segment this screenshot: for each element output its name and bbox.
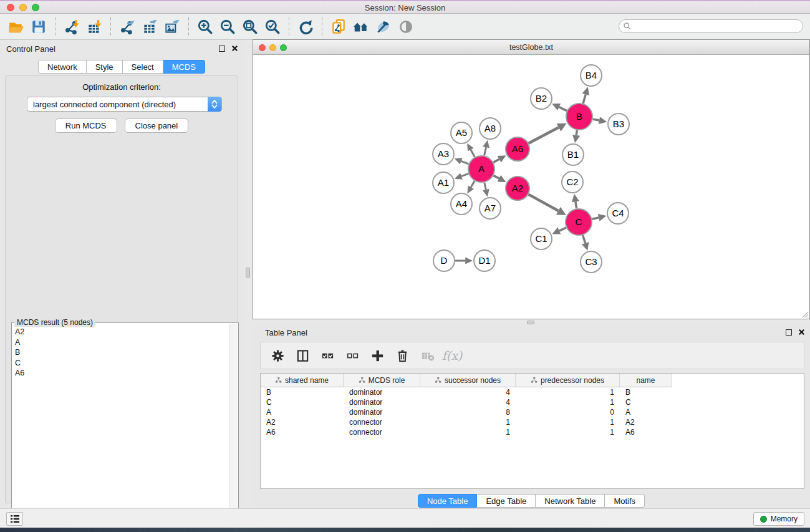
zoom-in-button[interactable] — [194, 17, 216, 37]
table-cell[interactable]: A — [620, 407, 672, 417]
edge-B-B1[interactable] — [576, 130, 577, 135]
export-table-button[interactable] — [138, 17, 161, 37]
edge-A-A5[interactable] — [471, 150, 475, 157]
table-cell[interactable]: 1 — [420, 427, 516, 437]
table-cell[interactable]: 1 — [516, 387, 620, 397]
table-cell[interactable]: 1 — [516, 417, 620, 427]
search-box[interactable] — [619, 19, 803, 33]
show-graphics-details-button[interactable] — [372, 17, 395, 37]
table-cell[interactable]: dominator — [344, 397, 420, 407]
mcds-result-item[interactable]: C — [12, 358, 229, 369]
tab-style[interactable]: Style — [87, 60, 123, 74]
select-all-rows-button[interactable] — [317, 345, 338, 366]
close-panel-button[interactable]: Close panel — [125, 118, 189, 133]
edge-C-C2[interactable] — [576, 201, 577, 208]
table-cell[interactable]: 1 — [516, 427, 620, 437]
table-cell[interactable]: B — [620, 387, 672, 397]
table-settings-button[interactable] — [267, 345, 288, 366]
edge-A-A6[interactable] — [493, 159, 499, 162]
edge-C-C4[interactable] — [592, 218, 599, 219]
table-cell[interactable]: 4 — [420, 397, 516, 407]
export-image-button[interactable] — [161, 17, 183, 37]
edge-B-B2[interactable] — [559, 107, 567, 111]
table-cell[interactable]: connector — [344, 427, 420, 437]
refresh-button[interactable] — [294, 17, 317, 37]
tab-mcds[interactable]: MCDS — [163, 60, 205, 74]
table-cell[interactable]: A2 — [261, 417, 344, 427]
column-header-successor-nodes[interactable]: successor nodes — [420, 374, 516, 387]
edge-A-A1[interactable] — [461, 173, 468, 176]
zoom-out-button[interactable] — [216, 17, 239, 37]
network-graph[interactable]: B4B2BB3A5A8A6B1A3AA1C2A2A4A7C4CC1DD1C3 — [254, 56, 809, 319]
column-header-MCDS-role[interactable]: MCDS role — [344, 374, 420, 387]
edge-C-C3[interactable] — [583, 235, 586, 243]
table-cell[interactable]: A2 — [620, 417, 672, 427]
edge-A-A3[interactable] — [461, 161, 469, 164]
mcds-result-item[interactable]: A6 — [12, 368, 229, 379]
resize-grip-icon[interactable] — [800, 309, 809, 318]
edge-A-A4[interactable] — [471, 181, 475, 187]
edge-C-C1[interactable] — [559, 228, 566, 231]
table-cell[interactable]: C — [620, 397, 672, 407]
tab-motifs[interactable]: Motifs — [605, 494, 645, 508]
float-panel-icon[interactable] — [219, 46, 225, 52]
network-window-titlebar[interactable]: testGlobe.txt — [253, 40, 809, 55]
memory-button[interactable]: Memory — [753, 512, 804, 526]
tab-network-table[interactable]: Network Table — [536, 494, 605, 508]
save-session-button[interactable] — [27, 17, 50, 37]
table-row[interactable]: Cdominator41C — [261, 397, 804, 407]
table-cell[interactable]: 0 — [516, 407, 620, 417]
table-cell[interactable]: C — [261, 397, 344, 407]
open-file-button[interactable] — [5, 17, 27, 37]
edge-A-A2[interactable] — [493, 175, 499, 178]
run-mcds-button[interactable]: Run MCDS — [55, 118, 117, 133]
network-canvas[interactable]: B4B2BB3A5A8A6B1A3AA1C2A2A4A7C4CC1DD1C3 — [254, 56, 809, 318]
zoom-fit-button[interactable] — [239, 17, 261, 37]
close-table-panel-icon[interactable] — [798, 329, 805, 336]
tab-select[interactable]: Select — [123, 60, 163, 74]
delete-column-button[interactable] — [392, 345, 413, 366]
import-network-button[interactable] — [60, 17, 83, 37]
mcds-result-item[interactable]: A2 — [12, 327, 229, 337]
table-cell[interactable]: A6 — [620, 427, 672, 437]
table-cell[interactable]: B — [261, 387, 344, 397]
task-history-button[interactable] — [6, 512, 23, 526]
float-table-panel-icon[interactable] — [786, 329, 792, 336]
show-columns-button[interactable] — [292, 345, 313, 366]
table-cell[interactable]: dominator — [344, 387, 420, 397]
table-row[interactable]: A2connector11A2 — [261, 417, 804, 427]
search-input[interactable] — [632, 21, 803, 32]
vertical-splitter-handle[interactable] — [246, 268, 250, 278]
table-cell[interactable]: 1 — [516, 397, 620, 407]
column-header-shared-name[interactable]: shared name — [261, 374, 344, 387]
table-row[interactable]: Adominator80A — [261, 407, 804, 417]
zoom-selected-button[interactable] — [261, 17, 284, 37]
edge-A6-B[interactable] — [529, 127, 559, 143]
table-cell[interactable]: dominator — [344, 407, 420, 417]
edge-A-A7[interactable] — [485, 182, 486, 189]
column-header-predecessor-nodes[interactable]: predecessor nodes — [516, 374, 620, 387]
edge-B-B3[interactable] — [593, 119, 599, 120]
mcds-result-item[interactable]: B — [12, 347, 229, 358]
table-cell[interactable]: A6 — [261, 427, 344, 437]
tab-network[interactable]: Network — [38, 60, 87, 74]
table-cell[interactable]: 8 — [420, 407, 516, 417]
table-cell[interactable]: 4 — [420, 387, 516, 397]
edge-A2-C[interactable] — [529, 195, 559, 211]
table-cell[interactable]: 1 — [420, 417, 516, 427]
tab-edge-table[interactable]: Edge Table — [477, 494, 536, 508]
home-button[interactable] — [350, 17, 372, 37]
table-row[interactable]: A6connector11A6 — [261, 427, 804, 437]
table-row[interactable]: Bdominator41B — [261, 387, 804, 397]
edge-B-B4[interactable] — [583, 94, 586, 103]
edge-A-A8[interactable] — [485, 147, 486, 155]
table-cell[interactable]: A — [261, 407, 344, 417]
add-column-button[interactable] — [367, 345, 388, 366]
import-table-button[interactable] — [83, 17, 105, 37]
table-cell[interactable]: connector — [344, 417, 420, 427]
tab-node-table[interactable]: Node Table — [418, 494, 478, 508]
mcds-result-item[interactable]: A — [12, 337, 229, 348]
eye-button[interactable] — [395, 17, 417, 37]
optimization-criterion-select[interactable]: largest connected component (directed) — [27, 97, 222, 112]
result-scrollbar[interactable] — [229, 324, 238, 532]
